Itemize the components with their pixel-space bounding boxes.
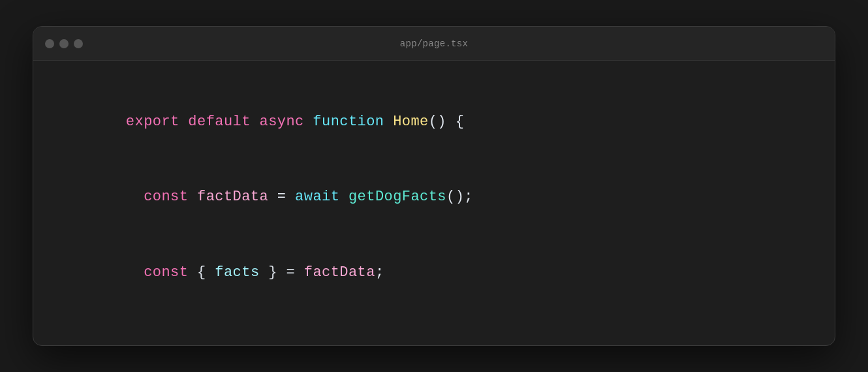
dot-close: [45, 39, 54, 48]
token: export: [126, 114, 189, 130]
file-title: app/page.tsx: [400, 39, 468, 49]
token: ();: [446, 189, 473, 205]
token: function: [313, 114, 393, 130]
token: =: [268, 189, 295, 205]
dot-minimize: [59, 39, 69, 48]
token: ;: [375, 264, 384, 281]
code-line-1: export default async function Home() {: [72, 84, 796, 160]
token: factData: [304, 264, 375, 281]
titlebar: app/page.tsx: [33, 27, 835, 61]
code-editor: export default async function Home() { c…: [33, 61, 835, 346]
token: async: [260, 114, 313, 130]
token: const: [144, 189, 197, 205]
token: getDogFacts: [349, 189, 446, 205]
token: facts: [215, 264, 259, 281]
blank-line-1: [72, 311, 796, 335]
token: factData: [197, 189, 268, 205]
token: [126, 189, 144, 205]
token: [126, 264, 144, 281]
token: default: [188, 114, 259, 130]
token: const: [144, 264, 197, 281]
code-line-5: const photoData = await getDogPhoto();: [72, 335, 796, 347]
code-line-2: const factData = await getDogFacts();: [72, 160, 796, 236]
code-window: app/page.tsx export default async functi…: [33, 26, 835, 346]
token: () {: [429, 114, 465, 130]
traffic-lights: [45, 39, 83, 48]
code-line-3: const { facts } = factData;: [72, 235, 796, 311]
token: {: [197, 264, 215, 281]
token: } =: [260, 264, 304, 281]
dot-maximize: [74, 39, 83, 48]
token: Home: [393, 114, 429, 130]
token: await: [295, 189, 349, 205]
